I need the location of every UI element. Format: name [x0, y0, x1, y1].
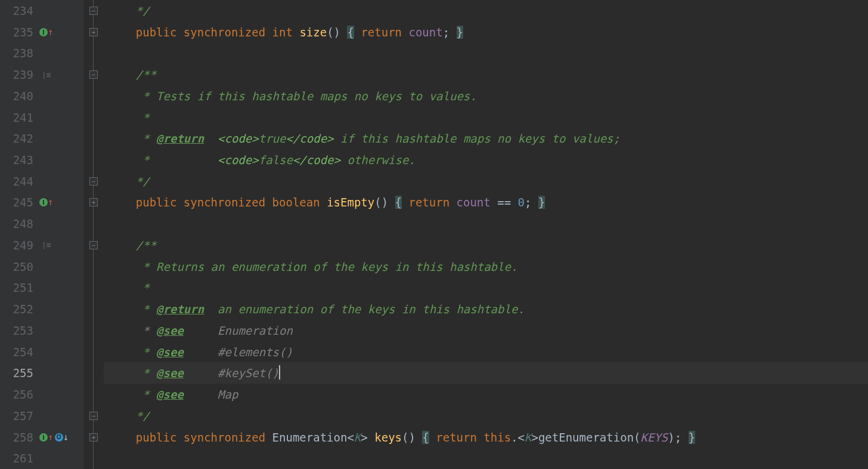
fold-toggle-icon[interactable]: − — [89, 7, 98, 15]
gutter-row[interactable]: 249 |≡ — [0, 234, 83, 256]
method-name: isEmpty — [327, 196, 374, 209]
gutter-row[interactable]: 252 — [0, 298, 83, 320]
fold-expand-icon[interactable]: + — [89, 433, 98, 442]
gutter-row[interactable]: 245 I ↑ — [0, 192, 83, 214]
gutter-row[interactable]: 244 — [0, 171, 83, 192]
doc-markup: <code> — [218, 153, 259, 166]
code-line[interactable]: /** — [104, 234, 868, 256]
doc-comment: * Returns an enumeration of the keys in … — [136, 260, 518, 273]
gutter[interactable]: 234 235 I ↑ 238 239 |≡ 240 241 242 243 2… — [0, 0, 83, 469]
gutter-row[interactable]: 238 — [0, 42, 83, 64]
method-name: size — [299, 26, 327, 39]
doc-comment: * Tests if this hashtable maps no keys t… — [136, 90, 477, 103]
type-param: K — [354, 431, 361, 444]
gutter-icons: |≡ — [38, 240, 74, 249]
code-line[interactable]: * Tests if this hashtable maps no keys t… — [104, 85, 868, 107]
code-line[interactable]: /** — [104, 64, 868, 85]
fold-toggle-icon[interactable]: − — [89, 412, 98, 420]
fold-expand-icon[interactable]: + — [89, 28, 98, 36]
line-number: 234 — [0, 4, 38, 17]
keyword: public — [136, 431, 177, 444]
line-number: 257 — [0, 409, 38, 422]
gutter-row[interactable]: 253 — [0, 320, 83, 341]
gutter-icons[interactable]: I ↑ O ↓ — [38, 433, 74, 442]
type-param: K — [525, 431, 531, 444]
gutter-row[interactable]: 234 — [0, 0, 83, 21]
code-line-current[interactable]: * @see #keySet() — [104, 362, 868, 384]
gutter-row[interactable]: 250 — [0, 256, 83, 277]
gutter-row[interactable]: 241 — [0, 107, 83, 128]
doc-tag: @see — [156, 388, 184, 401]
up-arrow-icon: ↑ — [48, 198, 54, 207]
gutter-row[interactable]: 261 — [0, 448, 83, 469]
doc-comment: */ — [136, 409, 150, 422]
gutter-row[interactable]: 254 — [0, 341, 83, 363]
doc-link: Enumeration — [218, 324, 293, 337]
code-line[interactable]: * @see #elements() — [104, 341, 868, 363]
line-number: 255 — [0, 366, 38, 379]
gutter-row[interactable]: 248 — [0, 213, 83, 234]
overridden-icon[interactable]: O — [55, 433, 63, 442]
doc-comment: * — [136, 132, 156, 145]
render-doc-icon[interactable]: |≡ — [42, 240, 51, 249]
line-number: 235 — [0, 26, 38, 39]
gutter-row[interactable]: 257 — [0, 405, 83, 427]
line-number: 258 — [0, 431, 38, 444]
code-line[interactable]: * @see Enumeration — [104, 320, 868, 341]
fold-expand-icon[interactable]: + — [89, 198, 98, 206]
down-arrow-icon: ↓ — [63, 433, 69, 442]
code-line[interactable] — [104, 213, 868, 234]
gutter-row[interactable]: 258 I ↑ O ↓ — [0, 427, 83, 448]
code-line[interactable]: * — [104, 277, 868, 299]
code-line[interactable]: */ — [104, 405, 868, 427]
code-line[interactable]: public synchronized int size() { return … — [104, 21, 868, 43]
gutter-row[interactable]: 256 — [0, 384, 83, 405]
doc-comment: */ — [136, 4, 150, 17]
gutter-row[interactable]: 255 — [0, 362, 83, 384]
line-number: 244 — [0, 175, 38, 188]
number: 0 — [518, 196, 525, 209]
implements-icon[interactable]: I — [39, 198, 48, 206]
fold-toggle-icon[interactable]: − — [89, 70, 98, 79]
implements-icon[interactable]: I — [39, 28, 48, 36]
gutter-row[interactable]: 243 — [0, 149, 83, 171]
fold-toggle-icon[interactable]: − — [89, 177, 98, 186]
brace: } — [689, 431, 695, 444]
code-line[interactable]: * @return <code>true</code> if this hash… — [104, 128, 868, 149]
code-line[interactable]: public synchronized boolean isEmpty() { … — [104, 192, 868, 214]
code-area[interactable]: */ public synchronized int size() { retu… — [104, 0, 868, 469]
fold-toggle-icon[interactable]: − — [89, 241, 98, 249]
field: count — [457, 196, 491, 209]
code-line[interactable]: * — [104, 107, 868, 128]
fold-column[interactable]: − + − − + − − + — [83, 0, 104, 469]
code-line[interactable]: * <code>false</code> otherwise. — [104, 149, 868, 171]
gutter-icons[interactable]: I ↑ — [38, 198, 74, 207]
code-line[interactable]: public synchronized Enumeration<K> keys(… — [104, 427, 868, 448]
gutter-row[interactable]: 242 — [0, 128, 83, 149]
doc-markup: </code> — [286, 132, 333, 145]
gutter-row[interactable]: 235 I ↑ — [0, 21, 83, 43]
code-line[interactable]: */ — [104, 171, 868, 192]
keyword: synchronized — [184, 431, 265, 444]
line-number: 240 — [0, 90, 38, 103]
up-arrow-icon: ↑ — [48, 433, 54, 442]
brace: } — [457, 26, 463, 39]
code-line[interactable]: */ — [104, 0, 868, 21]
doc-markup: <code> — [218, 132, 259, 145]
line-number: 239 — [0, 68, 38, 81]
gutter-row[interactable]: 240 — [0, 85, 83, 107]
code-line[interactable]: * Returns an enumeration of the keys in … — [104, 256, 868, 277]
code-line[interactable]: * @return an enumeration of the keys in … — [104, 298, 868, 320]
line-number: 238 — [0, 47, 38, 60]
gutter-row[interactable]: 239 |≡ — [0, 64, 83, 85]
line-number: 248 — [0, 217, 38, 230]
implements-icon[interactable]: I — [39, 433, 48, 442]
gutter-icons[interactable]: I ↑ — [38, 27, 74, 37]
render-doc-icon[interactable]: |≡ — [42, 70, 51, 79]
code-line[interactable]: * @see Map — [104, 384, 868, 405]
brace: { — [422, 431, 429, 444]
code-line[interactable] — [104, 448, 868, 469]
gutter-row[interactable]: 251 — [0, 277, 83, 299]
line-number: 250 — [0, 260, 38, 273]
code-line[interactable] — [104, 42, 868, 64]
